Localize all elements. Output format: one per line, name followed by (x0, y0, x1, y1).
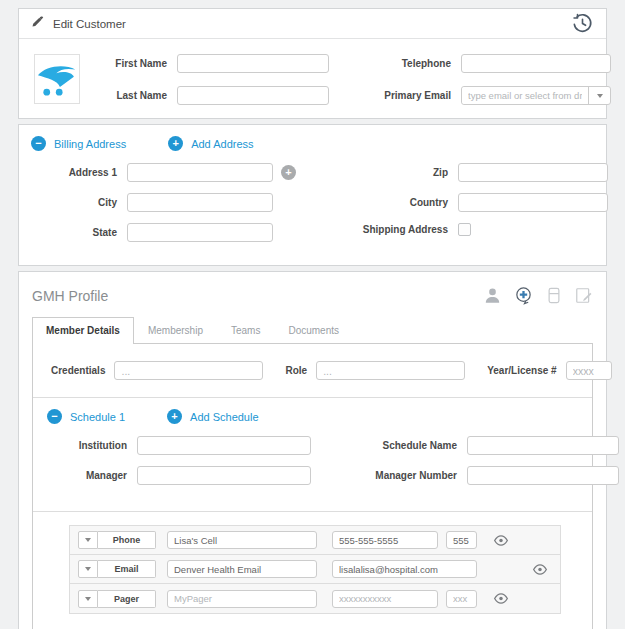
page: Edit Customer First (0, 0, 625, 629)
contact-ext-input[interactable] (446, 590, 477, 608)
manager-label: Manager (47, 470, 127, 481)
add-address-button[interactable]: + Add Address (168, 136, 253, 151)
schedule-links-row: − Schedule 1 + Add Schedule (47, 409, 578, 424)
gmh-tabs: Member Details Membership Teams Document… (32, 317, 593, 343)
role-label: Role (285, 365, 307, 376)
edit-customer-body: First Name Last Name Telephone Primary E… (19, 39, 606, 118)
pencil-icon (31, 15, 44, 33)
gmh-profile-title: GMH Profile (32, 288, 108, 304)
institution-input[interactable] (137, 436, 311, 455)
first-name-label: First Name (99, 58, 167, 69)
city-input[interactable] (127, 193, 273, 212)
schedule-name-input[interactable] (467, 436, 619, 455)
billing-fields: Address 1 + City State Zip (31, 163, 594, 253)
contact-name-input[interactable] (167, 531, 317, 549)
state-input[interactable] (127, 223, 273, 242)
contact-name-input[interactable] (167, 590, 317, 608)
state-label: State (31, 227, 117, 238)
eye-icon[interactable] (532, 563, 548, 576)
tab-documents[interactable]: Documents (274, 317, 353, 343)
institution-label: Institution (47, 440, 127, 451)
schedule-left-column: Institution Manager (47, 436, 311, 496)
tab-member-details[interactable]: Member Details (32, 317, 134, 344)
billing-right-column: Zip Country Shipping Address (354, 163, 608, 253)
name-fields-column: First Name Last Name (99, 54, 329, 105)
manager-number-label: Manager Number (357, 470, 457, 481)
country-input[interactable] (458, 193, 608, 212)
gmh-action-icons (483, 285, 593, 306)
contact-row: Email (70, 555, 560, 584)
collapse-icon: − (47, 409, 62, 424)
add-schedule-button[interactable]: + Add Schedule (167, 409, 259, 424)
billing-address-label: Billing Address (54, 138, 126, 150)
last-name-label: Last Name (99, 90, 167, 101)
primary-email-input[interactable] (462, 87, 588, 104)
edit-customer-header: Edit Customer (19, 9, 606, 39)
schedule-fields: Institution Manager Schedule Name (47, 436, 578, 496)
notebook-icon[interactable] (545, 286, 563, 305)
tab-membership[interactable]: Membership (134, 317, 217, 343)
address1-input[interactable] (127, 163, 273, 182)
credentials-input[interactable] (114, 361, 263, 380)
contact-row: Phone (70, 526, 560, 555)
billing-address-panel: − Billing Address + Add Address Address … (18, 124, 607, 266)
edit-customer-panel: Edit Customer First (18, 8, 607, 119)
add-address-line-icon[interactable]: + (281, 165, 296, 180)
telephone-input[interactable] (461, 54, 611, 73)
credentials-section: Credentials Role Year/License # (33, 344, 592, 398)
customer-logo (34, 54, 80, 104)
cart-icon (35, 59, 79, 99)
member-details-panel: Credentials Role Year/License # − Schedu… (32, 343, 593, 629)
history-icon[interactable] (571, 12, 594, 35)
schedule-toggle[interactable]: − Schedule 1 (47, 409, 125, 424)
contact-value-input[interactable] (332, 531, 438, 549)
year-license-input[interactable] (566, 361, 612, 380)
contact-table: Phone Email (69, 525, 561, 614)
edit-note-icon[interactable] (574, 286, 593, 305)
primary-email-dropdown[interactable] (588, 87, 610, 104)
shipping-address-label: Shipping Address (354, 224, 448, 235)
year-license-label: Year/License # (487, 365, 557, 376)
collapse-icon: − (31, 136, 46, 151)
shipping-address-checkbox[interactable] (458, 223, 471, 236)
chevron-down-icon (597, 94, 603, 98)
schedule-label: Schedule 1 (70, 411, 125, 423)
contact-fields-column: Telephone Primary Email (373, 54, 611, 105)
plus-circle-icon: + (168, 136, 183, 151)
contact-row: Pager (70, 584, 560, 613)
contact-type-select[interactable] (78, 560, 98, 578)
manager-number-input[interactable] (467, 466, 619, 485)
contact-type-select[interactable] (78, 590, 98, 608)
contact-value-input[interactable] (332, 590, 438, 608)
billing-address-toggle[interactable]: − Billing Address (31, 136, 126, 151)
contact-type-label: Email (98, 560, 156, 578)
contact-name-input[interactable] (167, 560, 317, 578)
primary-email-label: Primary Email (373, 90, 451, 101)
role-input[interactable] (316, 361, 465, 380)
first-name-input[interactable] (177, 54, 329, 73)
gmh-profile-panel: GMH Profile (18, 271, 607, 629)
chevron-down-icon (85, 567, 91, 571)
schedule-right-column: Schedule Name Manager Number (357, 436, 619, 496)
tab-teams[interactable]: Teams (217, 317, 274, 343)
billing-links-row: − Billing Address + Add Address (31, 136, 594, 151)
eye-icon[interactable] (493, 592, 509, 605)
contact-type-label: Pager (98, 590, 156, 608)
zip-input[interactable] (458, 163, 608, 182)
schedule-section: − Schedule 1 + Add Schedule Institution (33, 398, 592, 512)
chevron-down-icon (85, 538, 91, 542)
contact-ext-input[interactable] (446, 531, 477, 549)
person-icon[interactable] (483, 286, 502, 305)
last-name-input[interactable] (177, 86, 329, 105)
add-contact-row: + Add Contact (51, 614, 574, 629)
eye-icon[interactable] (493, 534, 509, 547)
contact-value-input[interactable] (332, 560, 477, 578)
city-label: City (31, 197, 117, 208)
credentials-label: Credentials (51, 365, 105, 376)
contact-type-select[interactable] (78, 531, 98, 549)
plus-circle-icon: + (167, 409, 182, 424)
contacts-section: Phone Email (33, 512, 592, 629)
member-search-icon[interactable] (513, 285, 534, 306)
manager-input[interactable] (137, 466, 311, 485)
add-address-label: Add Address (191, 138, 253, 150)
